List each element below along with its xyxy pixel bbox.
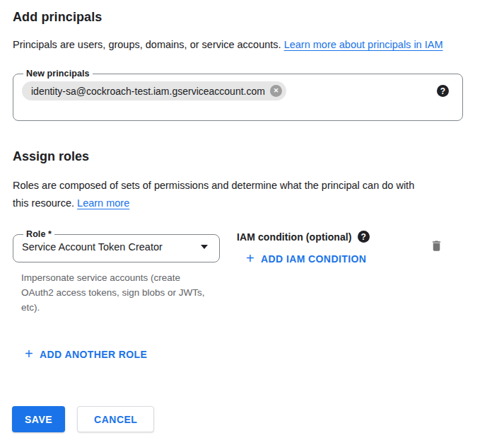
principals-description-text: Principals are users, groups, domains, o… (13, 39, 281, 50)
cancel-button[interactable]: CANCEL (77, 406, 154, 432)
add-another-role-button[interactable]: + ADD ANOTHER ROLE (25, 347, 147, 362)
add-another-role-label: ADD ANOTHER ROLE (40, 349, 147, 360)
role-column: Role * Service Account Token Creator Imp… (13, 229, 220, 315)
chip-remove-icon[interactable]: ✕ (270, 85, 282, 97)
role-value-row: Service Account Token Creator (22, 241, 211, 254)
role-helper-text: Impersonate service accounts (create OAu… (21, 270, 206, 315)
footer-actions: SAVE CANCEL (12, 406, 491, 432)
plus-icon: + (25, 347, 33, 361)
learn-more-roles-link[interactable]: Learn more (77, 197, 129, 209)
roles-description: Roles are composed of sets of permission… (13, 177, 419, 212)
new-principals-help-icon[interactable]: ? (437, 85, 449, 97)
learn-more-principals-link[interactable]: Learn more about principals in IAM (284, 39, 443, 50)
role-row: Role * Service Account Token Creator Imp… (13, 229, 491, 315)
trash-icon (430, 239, 443, 253)
dropdown-arrow-icon (201, 245, 208, 249)
add-iam-condition-button[interactable]: + ADD IAM CONDITION (246, 252, 366, 266)
delete-role-column (428, 229, 445, 256)
page-title: Add principals (13, 10, 491, 25)
delete-role-button[interactable] (428, 238, 445, 256)
iam-condition-column: IAM condition (optional) ? + ADD IAM CON… (237, 229, 370, 267)
principal-chip-label: identity-sa@cockroach-test.iam.gservicea… (31, 86, 265, 97)
iam-condition-label-row: IAM condition (optional) ? (237, 231, 370, 243)
roles-description-text: Roles are composed of sets of permission… (13, 180, 414, 209)
new-principals-field[interactable]: New principals identity-sa@cockroach-tes… (13, 69, 463, 121)
save-button[interactable]: SAVE (12, 406, 65, 432)
plus-icon: + (246, 251, 254, 265)
add-iam-condition-label: ADD IAM CONDITION (261, 253, 366, 265)
add-principals-panel: Add principals Principals are users, gro… (0, 0, 504, 432)
principal-chip: identity-sa@cockroach-test.iam.gservicea… (22, 81, 286, 100)
role-select[interactable]: Role * Service Account Token Creator (13, 229, 220, 262)
role-label: Role * (23, 229, 54, 239)
iam-condition-label: IAM condition (optional) (237, 231, 352, 243)
iam-condition-help-icon[interactable]: ? (358, 231, 370, 243)
new-principals-label: New principals (23, 69, 93, 79)
role-selected-value: Service Account Token Creator (22, 241, 163, 253)
assign-roles-title: Assign roles (13, 149, 491, 164)
new-principals-chip-row: identity-sa@cockroach-test.iam.gservicea… (22, 81, 454, 100)
principals-description: Principals are users, groups, domains, o… (13, 36, 465, 54)
